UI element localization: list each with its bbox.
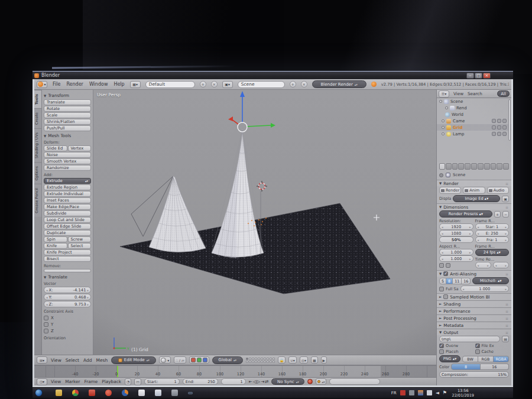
- language-indicator[interactable]: FR: [391, 391, 397, 395]
- knife-select-button[interactable]: Select: [68, 243, 92, 249]
- outliner-row-world[interactable]: World: [437, 111, 511, 118]
- full-sample-checkbox[interactable]: [439, 287, 444, 291]
- display-select[interactable]: Image Ed▴▾: [453, 195, 500, 202]
- prev-keyframe-button[interactable]: ◁: [253, 379, 257, 384]
- tab-shading-uvs[interactable]: Shading / UVs: [34, 128, 41, 162]
- next-keyframe-button[interactable]: ⇥: [261, 379, 264, 384]
- add-layout-button[interactable]: +: [200, 81, 206, 87]
- tab-modifiers-icon[interactable]: [478, 163, 484, 170]
- taskbar-clock[interactable]: 13:56 22/01/2019: [452, 388, 474, 398]
- outliner-menu-view[interactable]: View: [453, 91, 463, 96]
- opera-icon[interactable]: [105, 390, 112, 396]
- expand-icon[interactable]: [442, 119, 445, 122]
- maximize-button[interactable]: ▢: [475, 73, 482, 79]
- left-peak-mesh[interactable]: [149, 176, 206, 252]
- bisect-button[interactable]: Bisect: [44, 256, 91, 262]
- aa-5-button[interactable]: 5: [439, 278, 446, 284]
- shrink-flatten-button[interactable]: Shrink/Flatten: [44, 119, 91, 125]
- depth-16-button[interactable]: 16: [481, 364, 509, 370]
- fps-select[interactable]: 24 fps▴▾: [475, 249, 510, 256]
- tab-object-icon[interactable]: [465, 163, 471, 170]
- duplicate-button[interactable]: Duplicate: [44, 230, 91, 236]
- collapse-arrow-icon[interactable]: ▼: [439, 272, 442, 275]
- expand-icon[interactable]: [442, 126, 445, 129]
- subdivide-button[interactable]: Subdivide: [44, 210, 91, 216]
- tab-material-icon[interactable]: [491, 163, 497, 170]
- file-format-select[interactable]: PNG▴▾: [439, 355, 460, 362]
- viewport-menu-view[interactable]: View: [50, 358, 62, 363]
- knife-button[interactable]: Knife: [44, 243, 67, 249]
- collapse-arrow-icon[interactable]: ▼: [439, 205, 442, 209]
- manipulator-buttons[interactable]: [189, 356, 209, 364]
- folder-icon[interactable]: ▤: [502, 336, 509, 342]
- timeline-menu-frame[interactable]: Frame: [84, 379, 99, 384]
- display-lock-icon[interactable]: ▣: [502, 196, 509, 202]
- chrome-icon[interactable]: [72, 390, 79, 396]
- tab-options[interactable]: Options: [34, 162, 41, 184]
- rgba-button[interactable]: RGBA: [494, 356, 509, 362]
- add-preset-button[interactable]: +: [494, 211, 501, 218]
- add-scene-button[interactable]: +: [290, 81, 296, 87]
- smooth-vertex-button[interactable]: Smooth Vertex: [44, 158, 91, 164]
- operator-panel-title[interactable]: Translate: [48, 274, 67, 280]
- remove-dropdown[interactable]: [44, 269, 91, 273]
- remove-preset-button[interactable]: −: [502, 211, 509, 218]
- outliner-row-lamp[interactable]: Lamp: [437, 131, 511, 137]
- antialiasing-panel-title[interactable]: Anti-Aliasing: [450, 271, 476, 277]
- cache-checkbox[interactable]: [475, 349, 480, 354]
- output-path-field[interactable]: tmp\: [439, 336, 500, 342]
- delete-layout-button[interactable]: ×: [211, 81, 218, 87]
- motion-blur-checkbox[interactable]: [443, 294, 448, 299]
- start-button[interactable]: [35, 389, 43, 397]
- output-panel-title[interactable]: Output: [443, 330, 458, 335]
- antialiasing-checkbox[interactable]: [443, 271, 448, 276]
- firefox-icon[interactable]: [122, 390, 128, 396]
- border-checkbox[interactable]: [439, 263, 444, 268]
- vector-x-field[interactable]: ◂X:-4.141▸: [44, 287, 91, 293]
- transform-manipulator[interactable]: [228, 91, 275, 132]
- file-extensions-checkbox[interactable]: [475, 343, 480, 348]
- animation-button[interactable]: Anim: [463, 187, 485, 194]
- pin-icon[interactable]: [439, 173, 443, 177]
- rotate-manipulator-icon[interactable]: [197, 358, 202, 362]
- viewport-menu-select[interactable]: Select: [65, 358, 80, 363]
- render-panel-title[interactable]: Render: [443, 181, 459, 186]
- crop-checkbox[interactable]: [446, 263, 450, 268]
- screw-button[interactable]: Screw: [68, 236, 92, 242]
- explorer-icon[interactable]: [56, 390, 62, 396]
- inset-faces-button[interactable]: Inset Faces: [44, 197, 91, 203]
- collapse-arrow-icon[interactable]: ▼: [44, 94, 46, 98]
- timeline-editor-icon[interactable]: ◷▾: [37, 378, 47, 385]
- screen-layout-icon[interactable]: ▦▾: [130, 81, 141, 88]
- spin-button[interactable]: Spin: [44, 236, 67, 242]
- dimensions-panel-title[interactable]: Dimensions: [443, 205, 468, 210]
- rgb-button[interactable]: RGB: [478, 356, 494, 362]
- resolution-x-field[interactable]: ◂1920▸: [439, 223, 473, 230]
- outliner-scrollbar[interactable]: [508, 99, 511, 141]
- face-select-icon[interactable]: ▱: [181, 358, 184, 362]
- time-old-field[interactable]: ◂▸: [475, 262, 491, 268]
- extrude-dropdown[interactable]: Extrude▴▾: [44, 178, 91, 184]
- document-icon[interactable]: [138, 390, 145, 396]
- scale-manipulator-icon[interactable]: [203, 358, 207, 362]
- jump-start-button[interactable]: ⇤: [249, 379, 252, 384]
- menu-window[interactable]: Window: [89, 82, 109, 87]
- collapse-arrow-icon[interactable]: ►: [439, 295, 442, 299]
- expand-icon[interactable]: [445, 106, 448, 109]
- volume-icon[interactable]: ◄: [436, 390, 439, 395]
- mesh-tools-panel-title[interactable]: Mesh Tools: [48, 133, 71, 138]
- notepad-icon[interactable]: [155, 390, 161, 396]
- shading-panel-title[interactable]: Shading: [443, 301, 460, 307]
- full-sample-value[interactable]: ◂1.000▸: [460, 286, 509, 292]
- expand-icon[interactable]: [439, 100, 442, 103]
- collapse-arrow-icon[interactable]: ▼: [439, 181, 442, 185]
- tab-render-layers-icon[interactable]: [446, 163, 452, 170]
- play-reverse-button[interactable]: ▷: [257, 379, 261, 384]
- increment-icon[interactable]: ▸: [87, 296, 89, 299]
- shading-select[interactable]: ▾: [159, 356, 171, 364]
- collapse-arrow-icon[interactable]: ▼: [44, 134, 46, 138]
- outliner-row-scene[interactable]: Scene: [437, 98, 511, 105]
- viewport-menu-mesh[interactable]: Mesh: [95, 358, 108, 363]
- render-presets-select[interactable]: Render Presets▴▾: [439, 210, 492, 218]
- editor-type-button[interactable]: ▾: [37, 81, 47, 88]
